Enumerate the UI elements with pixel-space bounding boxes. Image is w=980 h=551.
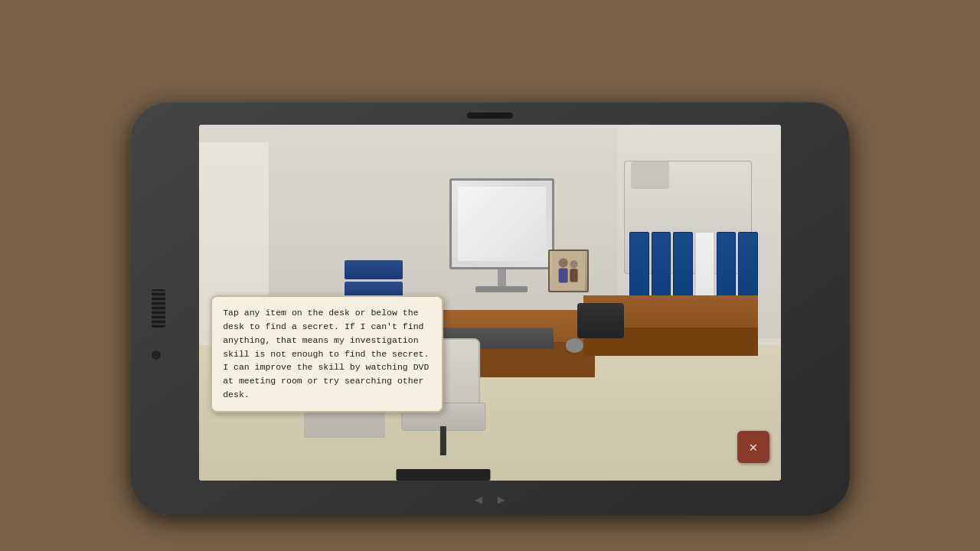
svg-point-3	[570, 260, 577, 268]
close-button[interactable]: ✕	[737, 431, 769, 463]
device-button[interactable]	[152, 350, 161, 360]
speaker-icon	[152, 289, 165, 328]
printer-top	[631, 161, 669, 190]
monitor-base	[475, 286, 528, 292]
nav-back-icon[interactable]: ◀	[475, 492, 482, 507]
tooltip-text: Tap any item on the desk or below the de…	[223, 308, 429, 399]
monitor-stand	[498, 269, 506, 286]
desk-mouse[interactable]	[566, 338, 583, 353]
photo-frame[interactable]	[548, 249, 589, 292]
game-scene: Tap any item on the desk or below the de…	[199, 125, 781, 481]
chair-base	[397, 469, 491, 481]
camera-icon	[467, 112, 513, 119]
monitor[interactable]	[449, 178, 554, 292]
device-screen: Tap any item on the desk or below the de…	[199, 125, 781, 481]
tray-item-1	[345, 260, 403, 279]
svg-rect-2	[559, 268, 568, 282]
monitor-screen	[449, 178, 554, 269]
chair-pole	[440, 426, 446, 455]
photo-inner	[550, 251, 587, 291]
tooltip-bubble: Tap any item on the desk or below the de…	[211, 295, 443, 412]
device-wrapper: Tap any item on the desk or below the de…	[130, 102, 850, 515]
desk-phone[interactable]	[577, 303, 624, 339]
svg-point-1	[559, 258, 568, 267]
svg-rect-4	[570, 269, 577, 282]
close-icon: ✕	[749, 439, 757, 455]
svg-rect-0	[552, 251, 585, 291]
nav-forward-icon[interactable]: ▶	[498, 492, 505, 507]
device-nav: ◀ ▶	[475, 492, 505, 507]
